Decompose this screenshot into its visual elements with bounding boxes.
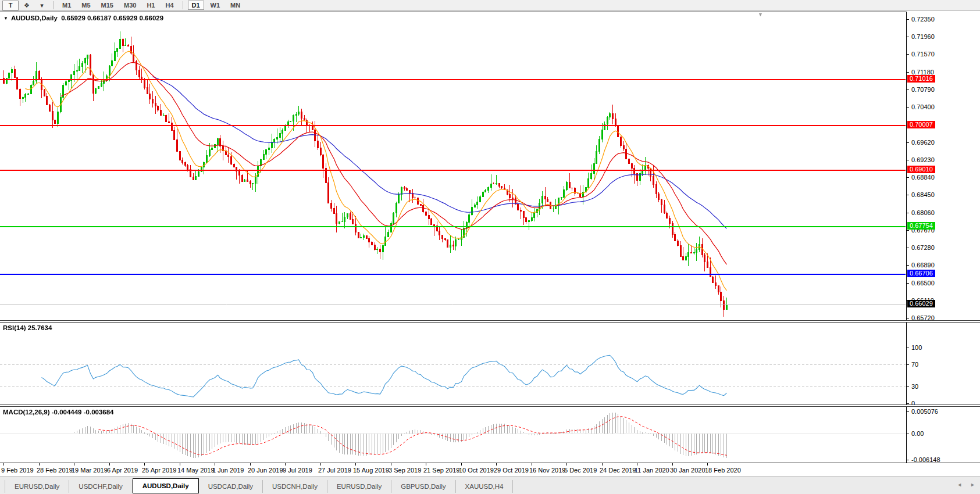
date-tick-label: 5 Dec 2019 (564, 467, 597, 474)
date-tick-mark (355, 463, 356, 466)
date-tick-mark (320, 463, 321, 466)
collapse-icon[interactable]: ▼ (3, 16, 8, 21)
price-tick-mark (907, 19, 909, 20)
candlestick-chart-canvas[interactable] (0, 12, 906, 320)
date-tick-label: 11 Jan 2020 (635, 467, 669, 474)
date-tick-label: 19 Mar 2019 (72, 467, 108, 474)
tab-usdcnh-daily[interactable]: USDCNH,Daily (263, 480, 327, 493)
date-tick-label: 10 Oct 2019 (459, 467, 494, 474)
date-tick-label: 30 Jan 2020 (670, 467, 705, 474)
toolbar: T ❖ ▾ M1 M5 M15 M30 H1 H4 D1 W1 MN (0, 0, 980, 11)
date-tick-mark (602, 463, 603, 466)
timeframe-h4-button[interactable]: H4 (161, 1, 177, 10)
date-tick-mark (215, 463, 215, 466)
timeframe-m5-button[interactable]: M5 (77, 1, 94, 10)
timeframe-m15-button[interactable]: M15 (97, 1, 117, 10)
date-tick-mark (532, 463, 532, 466)
date-tick-mark (180, 463, 180, 466)
date-tick-label: 3 Sep 2019 (389, 467, 421, 474)
level-price-chip: 0.70007 (907, 121, 935, 128)
tab-scroll-right-icon[interactable]: ► (970, 482, 975, 488)
price-tick-mark (907, 318, 909, 318)
rsi-tick-label: 100 (911, 344, 922, 351)
date-tick-label: 6 Apr 2019 (107, 467, 138, 474)
timeframe-w1-button[interactable]: W1 (206, 1, 224, 10)
macd-tick-mark (907, 434, 909, 434)
date-tick-label: 29 Oct 2019 (494, 467, 529, 474)
price-tick-label: 0.70400 (911, 103, 935, 110)
level-price-chip: 0.71016 (907, 75, 935, 83)
rsi-label: RSI(14) 25.7634 (3, 324, 52, 331)
date-tick-mark (391, 463, 391, 466)
price-tick-label: 0.69230 (911, 156, 935, 163)
tab-audusd-daily[interactable]: AUDUSD,Daily (133, 478, 199, 493)
date-tick-label: 25 Apr 2019 (142, 467, 176, 474)
date-tick-mark (39, 463, 40, 466)
tab-gbpusd-daily[interactable]: GBPUSD,Daily (391, 480, 455, 493)
price-tick-mark (907, 107, 909, 108)
date-tick-mark (3, 463, 4, 466)
tab-usdcad-daily[interactable]: USDCAD,Daily (199, 480, 263, 493)
timeframe-mn-button[interactable]: MN (226, 1, 244, 10)
pane-splitter[interactable] (0, 404, 980, 407)
level-price-chip: 0.69010 (907, 166, 935, 173)
date-tick-label: 9 Feb 2019 (1, 467, 34, 474)
tab-eurusd-daily-2[interactable]: EURUSD,Daily (327, 480, 391, 493)
price-tick-label: 0.66890 (911, 262, 935, 269)
rsi-tick-mark (907, 364, 909, 365)
date-tick-label: 27 Jul 2019 (318, 467, 351, 474)
date-tick-mark (250, 463, 251, 466)
date-axis[interactable]: 9 Feb 201928 Feb 201919 Mar 20196 Apr 20… (0, 463, 980, 477)
date-tick-label: 9 Jul 2019 (283, 467, 312, 474)
macd-tick-mark (907, 460, 909, 460)
tab-xauusd-h4[interactable]: XAUUSD,H4 (456, 480, 514, 493)
splitter-handle-icon[interactable]: ▼ (758, 12, 763, 17)
macd-chart-canvas[interactable] (0, 407, 906, 463)
date-tick-mark (144, 463, 145, 466)
date-tick-label: 28 Feb 2019 (37, 467, 73, 474)
price-chart-pane[interactable]: ▼AUDUSD,Daily 0.65929 0.66187 0.65929 0.… (0, 12, 980, 320)
price-axis[interactable]: 0.723500.719600.715700.711800.707900.704… (906, 12, 980, 463)
timeframe-h1-button[interactable]: H1 (142, 1, 159, 10)
date-tick-mark (496, 463, 497, 466)
price-tick-label: 0.70790 (911, 86, 935, 93)
date-tick-label: 14 May 2019 (177, 467, 215, 474)
timeframe-d1-button[interactable]: D1 (188, 1, 204, 10)
rsi-chart-canvas[interactable] (0, 323, 906, 404)
date-tick-label: 1 Jun 2019 (212, 467, 244, 474)
timeframe-m1-button[interactable]: M1 (58, 1, 75, 10)
tab-scroll-left-icon[interactable]: ◄ (957, 482, 962, 488)
pane-splitter[interactable] (0, 320, 980, 323)
arrange-windows-icon[interactable]: ❖ (20, 1, 34, 10)
chart-tab-bar: EURUSD,Daily USDCHF,Daily AUDUSD,Daily U… (0, 477, 980, 494)
price-tick-mark (907, 283, 909, 284)
rsi-tick-mark (907, 403, 909, 404)
date-tick-mark (461, 463, 462, 466)
date-tick-label: 18 Feb 2020 (705, 467, 741, 474)
rsi-tick-mark (907, 386, 909, 387)
date-tick-label: 24 Dec 2019 (600, 467, 636, 474)
text-tool-button[interactable]: T (2, 1, 19, 10)
price-tick-label: 0.66500 (911, 280, 935, 287)
price-tick-mark (907, 195, 909, 195)
price-tick-label: 0.69620 (911, 139, 935, 146)
macd-indicator-pane[interactable]: MACD(12,26,9) -0.004449 -0.003684 (0, 407, 980, 463)
price-tick-label: 0.71960 (911, 33, 935, 40)
price-tick-mark (907, 142, 909, 143)
chart-ohlc-values: 0.65929 0.66187 0.65929 0.66029 (61, 15, 163, 22)
date-tick-mark (74, 463, 74, 466)
timeframe-m30-button[interactable]: M30 (120, 1, 140, 10)
macd-tick-label: 0.005076 (911, 408, 938, 415)
trading-terminal-window: T ❖ ▾ M1 M5 M15 M30 H1 H4 D1 W1 MN ▼AUDU… (0, 0, 980, 494)
rsi-tick-label: 70 (911, 361, 918, 368)
price-tick-label: 0.71570 (911, 51, 935, 58)
date-tick-mark (707, 463, 708, 466)
tab-eurusd-daily[interactable]: EURUSD,Daily (5, 480, 69, 493)
price-tick-mark (907, 37, 909, 37)
level-price-chip: 0.66706 (907, 270, 935, 277)
price-tick-label: 0.68450 (911, 191, 935, 198)
rsi-indicator-pane[interactable]: RSI(14) 25.7634 (0, 323, 980, 404)
price-tick-mark (907, 72, 909, 73)
tab-usdchf-daily[interactable]: USDCHF,Daily (69, 480, 132, 493)
chevron-down-icon[interactable]: ▾ (35, 1, 49, 10)
